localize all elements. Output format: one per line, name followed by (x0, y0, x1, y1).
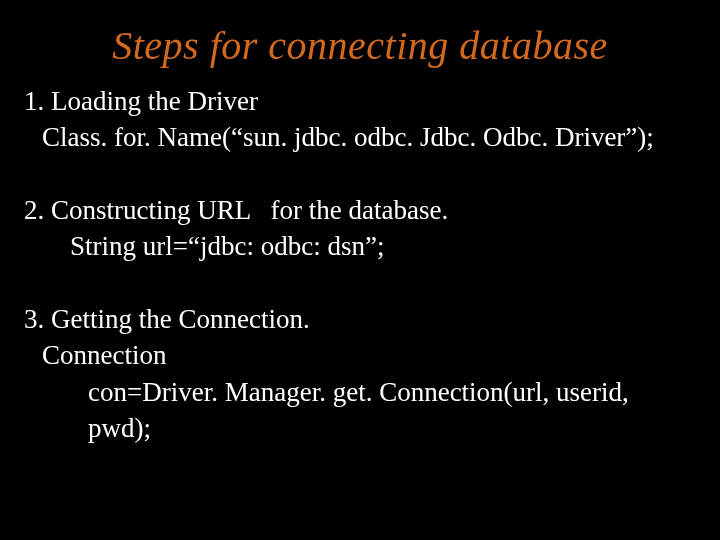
slide-title: Steps for connecting database (24, 22, 696, 69)
step-2-heading: 2. Constructing URL for the database. (24, 192, 696, 228)
step-2-code: String url=“jdbc: odbc: dsn”; (24, 228, 696, 264)
step-1-code: Class. for. Name(“sun. jdbc. odbc. Jdbc.… (24, 119, 696, 155)
step-1-heading: 1. Loading the Driver (24, 83, 696, 119)
spacer (24, 265, 696, 301)
slide: Steps for connecting database 1. Loading… (0, 0, 720, 540)
step-3-code-line-2: con=Driver. Manager. get. Connection(url… (24, 374, 696, 447)
step-3-heading: 3. Getting the Connection. (24, 301, 696, 337)
spacer (24, 156, 696, 192)
step-3-code-line-1: Connection (24, 337, 696, 373)
